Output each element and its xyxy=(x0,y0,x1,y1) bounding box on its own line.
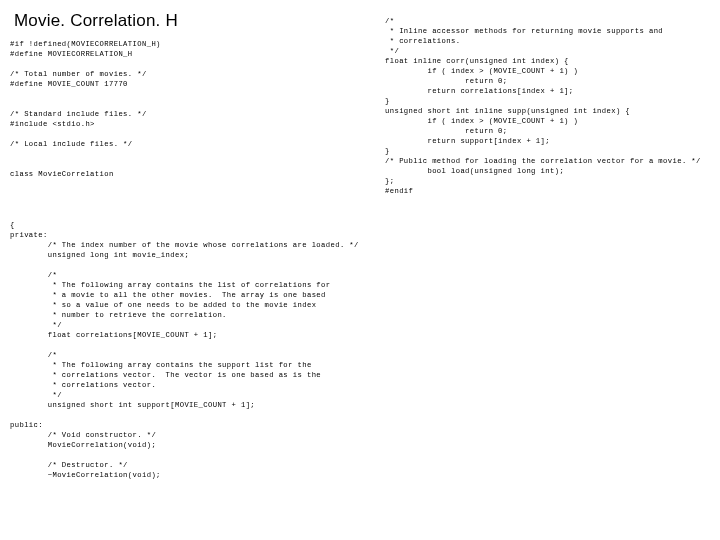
right-column: /* * Inline accessor methods for returni… xyxy=(385,16,720,196)
code-left: #if !defined(MOVIECORRELATION_H) #define… xyxy=(10,39,365,179)
code-bottom: { private: /* The index number of the mo… xyxy=(10,220,690,480)
bottom-section: { private: /* The index number of the mo… xyxy=(10,220,690,480)
slide-container: Movie. Correlation. H #if !defined(MOVIE… xyxy=(10,10,710,530)
code-right: /* * Inline accessor methods for returni… xyxy=(385,16,720,196)
left-column: Movie. Correlation. H #if !defined(MOVIE… xyxy=(10,10,365,179)
slide-title: Movie. Correlation. H xyxy=(14,10,365,31)
